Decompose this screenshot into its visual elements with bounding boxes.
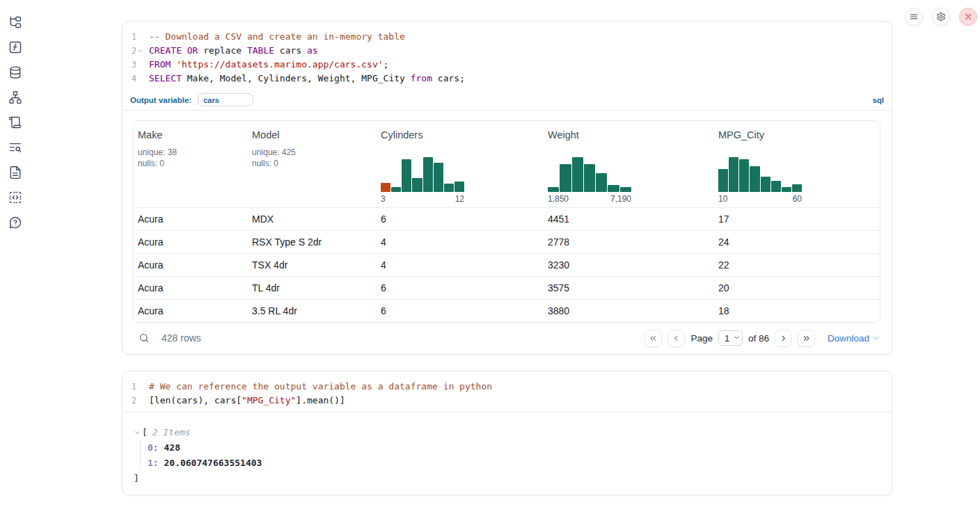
dependency-graph-icon[interactable] [8,90,22,104]
histogram-bar[interactable] [560,164,571,192]
table-cell: 6 [377,305,544,316]
line-number: 3 [122,58,136,72]
histogram-bar[interactable] [434,163,443,192]
histogram-bar[interactable] [729,157,738,192]
chevron-down-icon [872,334,880,342]
code-line[interactable]: 1# We can reference the output variable … [122,380,892,394]
histogram-bars [381,157,464,192]
table-cell: TSX 4dr [248,259,377,271]
column-header-weight[interactable]: Weight1,8507,190 [544,121,714,207]
table-cell: 2778 [544,236,714,248]
histogram-bar[interactable] [423,157,433,192]
histogram-bar[interactable] [761,177,770,192]
histogram-bar[interactable] [739,159,749,192]
histogram-bar[interactable] [391,187,401,192]
histogram-bar[interactable] [402,159,411,192]
column-histogram: 312 [381,157,464,207]
next-page-button[interactable] [775,330,792,347]
tree-root-row: [ 2 Items [134,425,892,440]
scratchpad-icon[interactable] [8,115,22,129]
python-output-tree: [ 2 Items 0: 4281: 20.060747663551403 ] [122,412,892,486]
code-line[interactable]: 2CREATE OR replace TABLE cars as [122,44,892,58]
fold-chevron-icon[interactable] [136,44,145,58]
page-total-label: of 86 [748,333,769,344]
histogram-bar[interactable] [608,185,619,192]
menu-button[interactable] [905,8,923,26]
collapse-chevron-icon[interactable] [134,429,141,436]
histogram-bar[interactable] [620,187,631,192]
page-select[interactable]: 1 [718,330,743,346]
file-tree-icon[interactable] [8,15,22,29]
column-header-make[interactable]: Makeunique: 38nulls: 0 [134,121,248,207]
histogram-max-label: 60 [793,194,802,204]
download-label: Download [828,333,869,344]
download-button[interactable]: Download [828,333,880,344]
language-badge[interactable]: sql [872,96,884,104]
histogram-bar[interactable] [584,164,595,192]
snippets-icon[interactable] [8,191,22,204]
python-code-editor[interactable]: 1# We can reference the output variable … [122,371,892,412]
column-header-model[interactable]: Modelunique: 425nulls: 0 [248,121,377,207]
histogram-bar[interactable] [750,166,759,192]
search-icon[interactable] [133,332,150,344]
database-icon[interactable] [8,65,22,79]
table-cell: 22 [714,259,880,271]
table-row[interactable]: Acura3.5 RL 4dr6388018 [134,299,880,322]
logs-search-icon[interactable] [8,140,22,154]
code-line[interactable]: 4SELECT Make, Model, Cylinders, Weight, … [122,72,892,86]
fold-chevron-icon [136,380,145,394]
column-header-mpg-city[interactable]: MPG_City1060 [714,121,880,207]
table-cell: 3880 [544,305,714,316]
column-stats: unique: 38nulls: 0 [138,147,248,169]
line-number: 4 [122,72,136,86]
table-row[interactable]: AcuraTL 4dr6357520 [134,276,880,299]
cars-table: Makeunique: 38nulls: 0Modelunique: 425nu… [133,120,880,323]
code-text: [len(cars), cars["MPG_City"].mean()] [145,394,345,408]
column-header-label: Weight [548,129,714,140]
help-icon[interactable] [8,216,22,230]
histogram-bar[interactable] [381,183,390,193]
histogram-bar[interactable] [455,182,464,193]
histogram-bar[interactable] [771,181,781,192]
table-cell: 17 [714,214,880,225]
histogram-bar[interactable] [718,169,728,192]
histogram-bar[interactable] [572,157,583,192]
documentation-icon[interactable] [8,166,22,179]
histogram-min-label: 10 [718,194,727,204]
settings-button[interactable] [932,8,950,26]
table-row[interactable]: AcuraTSX 4dr4323022 [134,253,880,276]
histogram-bar[interactable] [444,184,454,193]
histogram-min-label: 1,850 [548,194,569,204]
first-page-button[interactable] [645,330,662,347]
sql-code-editor[interactable]: 1-- Download a CSV and create an in-memo… [122,22,892,90]
function-icon[interactable] [8,40,22,54]
table-cell: 18 [714,305,880,316]
code-line[interactable]: 2[len(cars), cars["MPG_City"].mean()] [122,394,892,408]
sql-cell-meta-row: Output variable: sql [122,90,892,111]
histogram-bar[interactable] [792,184,802,192]
code-text: -- Download a CSV and create an in-memor… [145,30,405,44]
histogram-bar[interactable] [412,178,422,193]
table-cell: RSX Type S 2dr [248,236,377,248]
column-header-label: Cylinders [381,129,544,140]
histogram-range: 1,8507,190 [548,194,631,204]
code-line[interactable]: 3FROM 'https://datasets.marimo.app/cars.… [122,58,892,72]
table-row[interactable]: AcuraMDX6445117 [134,207,880,230]
fold-chevron-icon [136,30,145,44]
output-variable-label: Output variable: [130,96,191,104]
sql-cell: 1-- Download a CSV and create an in-memo… [122,21,892,355]
fold-chevron-icon [136,72,145,86]
prev-page-button[interactable] [667,330,685,347]
output-variable-input[interactable] [198,93,253,106]
close-button[interactable] [959,8,977,26]
code-line[interactable]: 1-- Download a CSV and create an in-memo… [122,30,892,44]
histogram-bar[interactable] [782,187,791,192]
histogram-bar[interactable] [596,173,607,193]
code-text: CREATE OR replace TABLE cars as [145,44,318,58]
left-sidebar [0,0,31,507]
last-page-button[interactable] [798,330,815,347]
table-row[interactable]: AcuraRSX Type S 2dr4277824 [134,230,880,253]
histogram-bar[interactable] [548,187,559,192]
column-header-cylinders[interactable]: Cylinders312 [377,121,544,207]
code-text: # We can reference the output variable a… [145,380,492,394]
